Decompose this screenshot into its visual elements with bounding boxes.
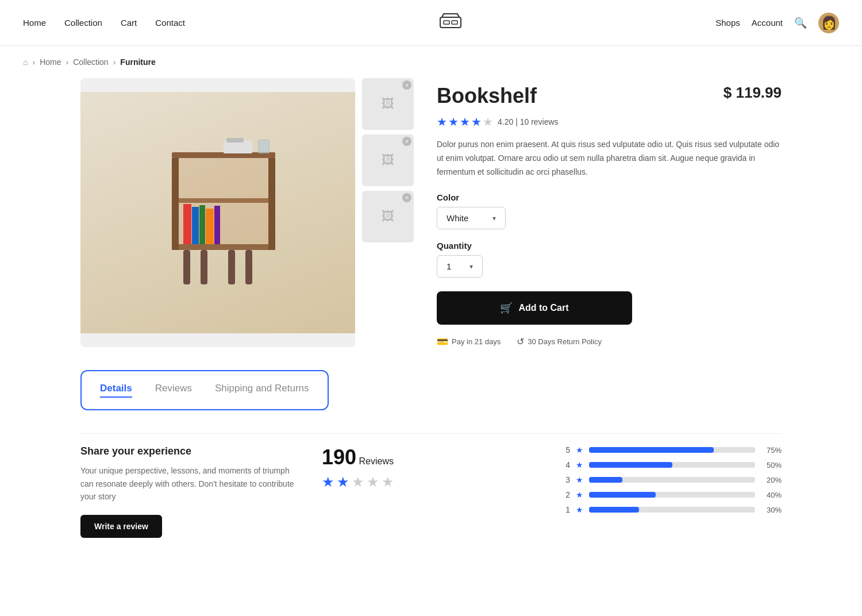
summary-star-5: ★ — [382, 474, 394, 490]
breadcrumb-sep2: › — [66, 57, 69, 67]
svg-rect-20 — [228, 250, 235, 284]
color-value: White — [447, 213, 468, 223]
nav-link-account[interactable]: Account — [752, 18, 783, 28]
svg-rect-17 — [259, 141, 268, 152]
bar-track-3 — [589, 477, 755, 483]
payment-label: Pay in 21 days — [452, 337, 501, 346]
bar-track-1 — [589, 507, 755, 513]
nav-right: Shops Account 🔍 👩 — [715, 13, 839, 33]
product-price: $ 119.99 — [724, 84, 782, 102]
svg-rect-13 — [214, 206, 220, 244]
product-gallery: 🖼 × 🖼 × 🖼 × — [80, 78, 414, 347]
tabs-section: Details Reviews Shipping and Returns — [80, 370, 329, 410]
nav-link-home[interactable]: Home — [23, 18, 46, 28]
search-icon[interactable]: 🔍 — [794, 17, 807, 29]
bar-fill-2 — [589, 492, 656, 498]
price-value: 119.99 — [736, 84, 782, 101]
chevron-down-icon: ▾ — [492, 214, 496, 222]
bar-label-1: 1 — [563, 505, 570, 514]
bar-fill-4 — [589, 462, 672, 468]
svg-rect-5 — [268, 158, 275, 250]
color-label: Color — [437, 192, 782, 202]
quantity-dropdown[interactable]: 1 ▾ — [437, 255, 483, 278]
avatar[interactable]: 👩 — [818, 13, 839, 33]
svg-rect-19 — [201, 250, 207, 284]
thumb-placeholder-icon: 🖼 — [382, 97, 394, 111]
cart-icon: 🛒 — [500, 302, 513, 314]
bar-star-5: ★ — [576, 445, 583, 455]
svg-rect-10 — [192, 207, 199, 244]
bar-label-2: 2 — [563, 490, 570, 499]
bar-fill-3 — [589, 477, 622, 483]
svg-rect-12 — [206, 209, 214, 244]
add-to-cart-button[interactable]: 🛒 Add to Cart — [437, 291, 632, 325]
chevron-down-icon-qty: ▾ — [470, 263, 473, 271]
add-to-cart-label: Add to Cart — [518, 303, 568, 313]
thumbnail-2[interactable]: 🖼 × — [362, 134, 414, 186]
return-icon: ↺ — [517, 336, 524, 347]
star-3: ★ — [460, 115, 470, 129]
svg-rect-14 — [224, 141, 252, 153]
svg-rect-15 — [226, 138, 244, 143]
bar-pct-2: 40% — [761, 491, 782, 499]
breadcrumb-collection[interactable]: Collection — [73, 57, 108, 67]
quantity-label: Quantity — [437, 241, 782, 251]
color-selector: Color White ▾ — [437, 192, 782, 229]
product-section: 🖼 × 🖼 × 🖼 × Bookshelf $ 119.99 — [80, 78, 782, 347]
bar-row-2: 2 ★ 40% — [563, 490, 782, 499]
summary-star-4: ★ — [367, 474, 379, 490]
breadcrumb-home-icon: ⌂ — [23, 57, 28, 67]
bar-star-2: ★ — [576, 490, 583, 499]
review-count-display: 190 Reviews — [322, 445, 540, 469]
navbar: Home Collection Cart Contact Shops Accou… — [0, 0, 862, 46]
return-label: 30 Days Return Policy — [528, 337, 602, 346]
svg-rect-21 — [245, 250, 252, 284]
return-badge: ↺ 30 Days Return Policy — [517, 336, 602, 347]
thumbnail-3[interactable]: 🖼 × — [362, 191, 414, 242]
nav-link-cart[interactable]: Cart — [121, 18, 137, 28]
bar-row-1: 1 ★ 30% — [563, 505, 782, 514]
breadcrumb-home[interactable]: Home — [40, 57, 61, 67]
breadcrumb-current: Furniture — [120, 57, 155, 67]
product-info: Bookshelf $ 119.99 ★ ★ ★ ★ ★ 4.20 | 10 r… — [437, 78, 782, 347]
quantity-selector: Quantity 1 ▾ — [437, 241, 782, 278]
main-product-image — [80, 78, 355, 347]
svg-rect-4 — [172, 158, 179, 250]
nav-link-collection[interactable]: Collection — [64, 18, 102, 28]
write-review-button[interactable]: Write a review — [80, 515, 162, 538]
svg-rect-2 — [452, 21, 457, 24]
summary-star-2: ★ — [337, 474, 349, 490]
review-summary-panel: 190 Reviews ★ ★ ★ ★ ★ — [322, 445, 540, 537]
bar-track-2 — [589, 492, 755, 498]
thumb-placeholder-icon: 🖼 — [382, 209, 394, 224]
tab-reviews[interactable]: Reviews — [155, 383, 192, 398]
tab-details[interactable]: Details — [100, 383, 132, 398]
product-stars: ★ ★ ★ ★ ★ — [437, 115, 493, 129]
bar-pct-4: 50% — [761, 461, 782, 469]
color-dropdown[interactable]: White ▾ — [437, 207, 506, 229]
bar-track-4 — [589, 462, 755, 468]
nav-link-shops[interactable]: Shops — [715, 18, 740, 28]
nav-left: Home Collection Cart Contact — [23, 18, 185, 28]
breadcrumb: ⌂ › Home › Collection › Furniture — [0, 46, 862, 78]
thumbnail-1[interactable]: 🖼 × — [362, 78, 414, 130]
review-count-number: 190 — [322, 445, 356, 469]
summary-star-1: ★ — [322, 474, 334, 490]
star-1: ★ — [437, 115, 447, 129]
nav-logo[interactable] — [439, 11, 462, 34]
thumbnail-strip: 🖼 × 🖼 × 🖼 × — [362, 78, 414, 347]
product-title: Bookshelf — [437, 84, 537, 108]
breadcrumb-sep3: › — [113, 57, 116, 67]
bookshelf-illustration — [143, 106, 293, 319]
nav-link-contact[interactable]: Contact — [155, 18, 185, 28]
bar-pct-1: 30% — [761, 506, 782, 514]
rating-text: 4.20 | 10 reviews — [498, 117, 559, 126]
rating-bars-panel: 5 ★ 75% 4 ★ 50% 3 ★ 2 — [563, 445, 782, 537]
bar-label-5: 5 — [563, 445, 570, 455]
tab-shipping[interactable]: Shipping and Returns — [215, 383, 309, 398]
star-2: ★ — [448, 115, 459, 129]
star-4: ★ — [471, 115, 482, 129]
bar-row-3: 3 ★ 20% — [563, 475, 782, 484]
rating-row: ★ ★ ★ ★ ★ 4.20 | 10 reviews — [437, 115, 782, 129]
share-description: Your unique perspective, lessons, and mo… — [80, 464, 299, 503]
